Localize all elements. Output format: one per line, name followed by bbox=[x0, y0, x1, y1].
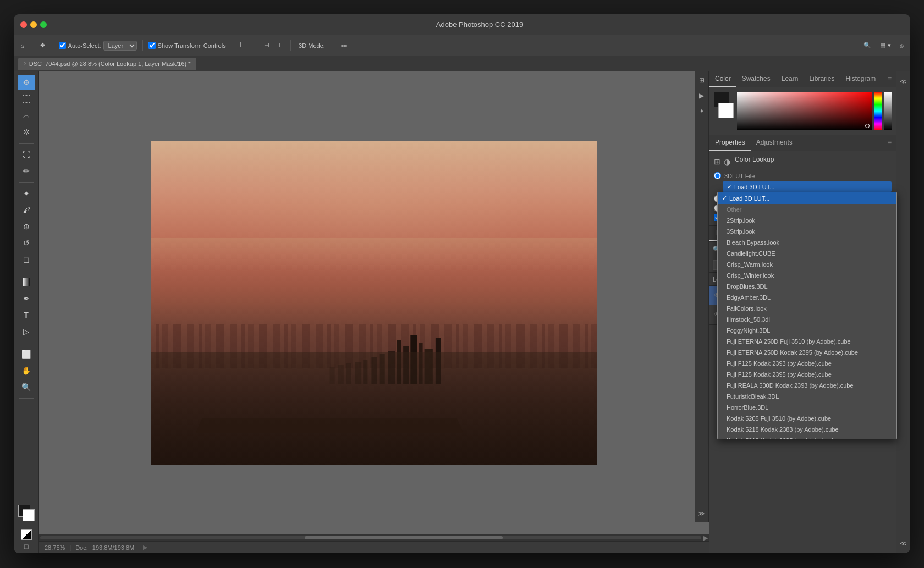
scroll-arrow[interactable]: ▶ bbox=[703, 534, 708, 542]
lut-item-15[interactable]: Fuji REALA 500D Kodak 2393 (by Adobe).cu… bbox=[718, 380, 897, 391]
grid-view-icon[interactable]: ⊞ bbox=[714, 157, 721, 166]
more-options-button[interactable]: ••• bbox=[339, 41, 350, 50]
lut-item-12[interactable]: Fuji ETERNA 250D Kodak 2395 (by Adobe).c… bbox=[718, 347, 897, 358]
align-left-icon: ⊢ bbox=[240, 42, 245, 49]
lut-item-6[interactable]: DropBlues.3DL bbox=[718, 281, 897, 292]
lut-item-16[interactable]: FuturisticBleak.3DL bbox=[718, 391, 897, 402]
auto-select-type[interactable]: Layer Group bbox=[103, 41, 137, 51]
tab-swatches[interactable]: Swatches bbox=[736, 71, 776, 87]
minimize-button[interactable] bbox=[30, 21, 37, 28]
history-brush[interactable]: ↺ bbox=[18, 235, 35, 251]
lut-item-4[interactable]: Crisp_Warm.look bbox=[718, 259, 897, 270]
lut-item-8[interactable]: FallColors.look bbox=[718, 303, 897, 314]
lut-item-load[interactable]: ✓ Load 3D LUT... bbox=[718, 192, 897, 204]
lut-item-18[interactable]: Kodak 5205 Fuji 3510 (by Adobe).cube bbox=[718, 413, 897, 424]
eyedropper-tool[interactable]: ✏ bbox=[18, 163, 35, 179]
canvas-content[interactable]: ⊞ ▶ ✦ ≫ bbox=[39, 71, 709, 534]
path-tool[interactable]: ▷ bbox=[18, 324, 35, 339]
canvas-expand-icon[interactable]: ≫ bbox=[696, 508, 707, 519]
lasso-tool[interactable]: ⌓ bbox=[18, 108, 35, 123]
maximize-button[interactable] bbox=[40, 21, 47, 28]
left-toolbar: ✥ ⌓ ✲ ⛶ ✏ ✦ 🖌 bbox=[14, 71, 39, 553]
document-tab[interactable]: × DSC_7044.psd @ 28.8% (Color Lookup 1, … bbox=[18, 58, 196, 70]
fg-bg-colors[interactable] bbox=[18, 505, 35, 521]
healing-icon: ✦ bbox=[23, 189, 30, 198]
align-center-button[interactable]: ≡ bbox=[251, 41, 258, 50]
clone-tool[interactable]: ⊕ bbox=[18, 219, 35, 234]
eraser-tool[interactable]: ◻ bbox=[18, 252, 35, 267]
pen-tool[interactable]: ✒ bbox=[18, 291, 35, 306]
lut-item-20[interactable]: Kodak 5218 Kodak 2395 (by Adobe).cube bbox=[718, 435, 897, 439]
marquee-tool[interactable] bbox=[18, 91, 35, 107]
tab-learn[interactable]: Learn bbox=[776, 71, 804, 87]
tool-separator-3 bbox=[19, 271, 34, 271]
properties-panel-menu[interactable]: ≡ bbox=[883, 135, 896, 151]
right-expand-top[interactable]: ≪ bbox=[898, 76, 909, 87]
gradient-icon bbox=[23, 278, 30, 286]
scroll-arrow-right[interactable]: ▶ bbox=[143, 544, 147, 551]
mode-3d-button[interactable]: 3D Mode: bbox=[296, 41, 327, 50]
brush-tool[interactable]: 🖌 bbox=[18, 202, 35, 218]
lut-item-3[interactable]: Candlelight.CUBE bbox=[718, 248, 897, 259]
move-tool[interactable]: ✥ bbox=[18, 75, 35, 90]
lut-item-9[interactable]: filmstock_50.3dl bbox=[718, 314, 897, 325]
canvas-options-icon[interactable]: ⊞ bbox=[696, 75, 707, 86]
color-panel-menu[interactable]: ≡ bbox=[883, 71, 896, 87]
scrollbar-thumb[interactable] bbox=[305, 536, 503, 539]
lut-item-10[interactable]: FoggyNight.3DL bbox=[718, 325, 897, 336]
close-button[interactable] bbox=[20, 21, 27, 28]
lut-item-7[interactable]: EdgyAmber.3DL bbox=[718, 292, 897, 303]
lut-item-2[interactable]: Bleach Bypass.look bbox=[718, 237, 897, 248]
gradient-tool[interactable] bbox=[18, 274, 35, 290]
tab-bar: × DSC_7044.psd @ 28.8% (Color Lookup 1, … bbox=[14, 56, 910, 71]
type-tool[interactable]: T bbox=[18, 307, 35, 323]
tab-adjustments[interactable]: Adjustments bbox=[751, 135, 798, 151]
load-lut-button[interactable]: ✓ Load 3D LUT... bbox=[723, 181, 892, 192]
properties-panel-content: ⊞ ◑ Color Lookup 3DLUT File ✓ Load 3D LU bbox=[710, 151, 896, 226]
align-left-button[interactable]: ⊢ bbox=[238, 41, 248, 50]
magic-wand-tool[interactable]: ✲ bbox=[18, 124, 35, 140]
lut-item-17[interactable]: HorrorBlue.3DL bbox=[718, 402, 897, 413]
distribute-button[interactable]: ⊥ bbox=[275, 41, 285, 50]
mask-view-icon[interactable]: ◑ bbox=[724, 157, 730, 166]
lut-item-1[interactable]: 3Strip.look bbox=[718, 226, 897, 237]
lut-item-13[interactable]: Fuji F125 Kodak 2393 (by Adobe).cube bbox=[718, 358, 897, 369]
brightness-slider[interactable] bbox=[884, 92, 892, 130]
tab-label: DSC_7044.psd @ 28.8% (Color Lookup 1, La… bbox=[29, 60, 191, 67]
canvas-star-icon[interactable]: ✦ bbox=[696, 106, 707, 117]
tab-libraries[interactable]: Libraries bbox=[804, 71, 840, 87]
tab-color[interactable]: Color bbox=[710, 71, 736, 87]
share-button[interactable]: ⎋ bbox=[898, 41, 906, 50]
color-gradient[interactable] bbox=[737, 92, 872, 130]
clone-icon: ⊕ bbox=[23, 222, 30, 231]
show-transform-checkbox[interactable] bbox=[148, 42, 156, 49]
tab-properties[interactable]: Properties bbox=[710, 135, 751, 151]
canvas-play-icon[interactable]: ▶ bbox=[696, 90, 707, 101]
hand-tool[interactable]: ✋ bbox=[18, 363, 35, 378]
horizontal-scrollbar[interactable]: ▶ bbox=[39, 534, 709, 541]
lut-item-0[interactable]: 2Strip.look bbox=[718, 215, 897, 226]
healing-tool[interactable]: ✦ bbox=[18, 186, 35, 201]
lut-item-14[interactable]: Fuji F125 Kodak 2395 (by Adobe).cube bbox=[718, 369, 897, 380]
tab-histogram[interactable]: Histogram bbox=[840, 71, 881, 87]
shape-tool[interactable]: ⬜ bbox=[18, 346, 35, 362]
right-expand-bottom[interactable]: ≪ bbox=[898, 538, 909, 549]
lut-dropdown-list[interactable]: ✓ Load 3D LUT... Other 2Strip.look 3Stri… bbox=[717, 192, 897, 439]
move-tool-button[interactable]: ✥ bbox=[38, 41, 47, 50]
auto-select-checkbox[interactable] bbox=[59, 42, 66, 49]
color-spectrum[interactable] bbox=[874, 92, 882, 130]
align-right-button[interactable]: ⊣ bbox=[262, 41, 272, 50]
lut-item-19[interactable]: Kodak 5218 Kodak 2383 (by Adobe).cube bbox=[718, 424, 897, 435]
zoom-tool[interactable]: 🔍 bbox=[18, 379, 35, 395]
tab-close-icon[interactable]: × bbox=[24, 60, 27, 67]
lut-item-5[interactable]: Crisp_Winter.look bbox=[718, 270, 897, 281]
screen-mode-icon[interactable]: ◫ bbox=[21, 542, 32, 550]
mask-icon[interactable] bbox=[21, 529, 32, 540]
lut-item-11[interactable]: Fuji ETERNA 250D Fuji 3510 (by Adobe).cu… bbox=[718, 336, 897, 347]
lut-3d-radio[interactable] bbox=[714, 172, 721, 179]
crop-tool[interactable]: ⛶ bbox=[18, 147, 35, 162]
bg-color-swatch[interactable] bbox=[718, 103, 734, 118]
view-button[interactable]: ▤ ▾ bbox=[878, 41, 893, 50]
search-button[interactable]: 🔍 bbox=[861, 41, 873, 50]
home-button[interactable]: ⌂ bbox=[18, 41, 26, 50]
